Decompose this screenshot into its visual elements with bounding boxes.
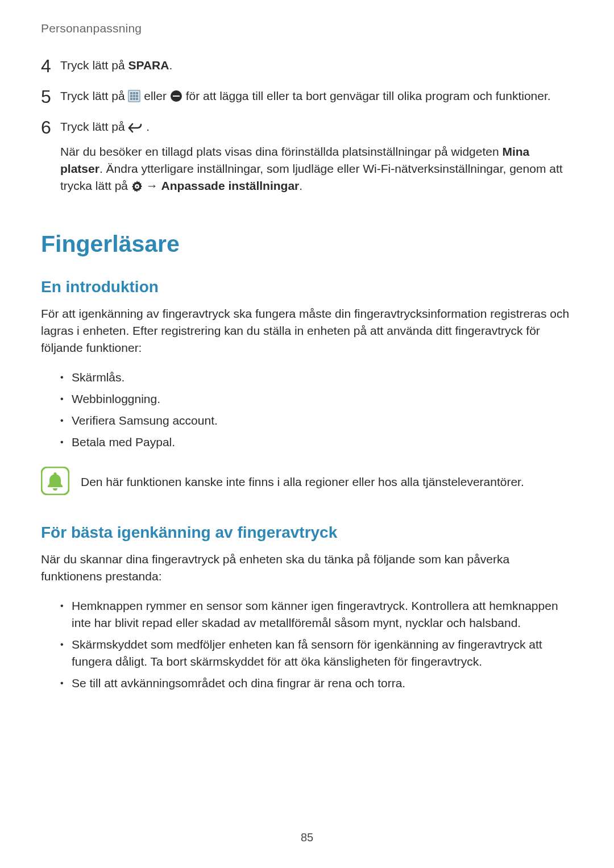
- arrow-text: →: [143, 179, 161, 192]
- section-title-intro: En introduktion: [41, 278, 573, 296]
- svg-rect-10: [136, 98, 138, 100]
- text-bold: SPARA: [128, 59, 169, 72]
- text: Tryck lätt på: [60, 89, 128, 102]
- step-number: 6: [41, 118, 60, 136]
- section-header: Personanpassning: [41, 22, 573, 35]
- page-title: Fingerläsare: [41, 231, 573, 258]
- apps-grid-icon: [128, 90, 140, 102]
- text: Tryck lätt på: [60, 120, 128, 133]
- list-item: Skärmskyddet som medföljer enheten kan f…: [60, 636, 573, 670]
- list-item: Hemknappen rymmer en sensor som känner i…: [60, 597, 573, 632]
- svg-rect-8: [130, 98, 132, 100]
- text: för att lägga till eller ta bort genväga…: [186, 89, 551, 102]
- section-title-best: För bästa igenkänning av fingeravtryck: [41, 524, 573, 542]
- list-item: Skärmlås.: [60, 369, 573, 386]
- step-4: 4 Tryck lätt på SPARA.: [41, 57, 573, 75]
- svg-rect-9: [133, 98, 135, 100]
- best-text: När du skannar dina fingeravtryck på enh…: [41, 551, 573, 585]
- svg-rect-2: [130, 92, 132, 94]
- step-body: Tryck lätt på eller för att lägga till e…: [60, 88, 551, 105]
- list-item: Verifiera Samsung account.: [60, 412, 573, 429]
- step-body: Tryck lätt på SPARA.: [60, 57, 172, 74]
- step-body: Tryck lätt på . När du besöker en tillag…: [60, 118, 573, 194]
- gear-icon: [131, 181, 143, 192]
- text: Tryck lätt på: [60, 59, 128, 72]
- step-number: 4: [41, 57, 60, 75]
- list-item: Se till att avkänningsområdet och dina f…: [60, 675, 573, 692]
- step-6: 6 Tryck lätt på . När du besöker en till…: [41, 118, 573, 194]
- svg-rect-12: [173, 95, 180, 97]
- note-block: Den här funktionen kanske inte finns i a…: [41, 467, 573, 495]
- note-text: Den här funktionen kanske inte finns i a…: [81, 467, 524, 491]
- svg-rect-6: [133, 95, 135, 97]
- intro-bullets: Skärmlås. Webbinloggning. Verifiera Sams…: [60, 369, 573, 451]
- best-bullets: Hemknappen rymmer en sensor som känner i…: [60, 597, 573, 692]
- text: .: [299, 179, 302, 192]
- svg-rect-7: [136, 95, 138, 97]
- step-number: 5: [41, 88, 60, 106]
- step-sub: När du besöker en tillagd plats visas di…: [60, 143, 573, 194]
- text: .: [146, 120, 150, 133]
- list-item: Betala med Paypal.: [60, 434, 573, 451]
- svg-rect-4: [136, 92, 138, 94]
- info-bell-icon: [41, 467, 69, 495]
- text: .: [169, 59, 172, 72]
- step-5: 5 Tryck lätt på eller för att lägga till…: [41, 88, 573, 106]
- minus-circle-icon: [170, 90, 182, 102]
- text: eller: [144, 89, 170, 102]
- svg-rect-3: [133, 92, 135, 94]
- back-icon: [128, 123, 143, 133]
- text-bold: Anpassade inställningar: [161, 179, 300, 192]
- svg-rect-5: [130, 95, 132, 97]
- list-item: Webbinloggning.: [60, 391, 573, 408]
- page-number: 85: [0, 831, 614, 844]
- text: När du besöker en tillagd plats visas di…: [60, 145, 502, 158]
- intro-text: För att igenkänning av fingeravtryck ska…: [41, 305, 573, 356]
